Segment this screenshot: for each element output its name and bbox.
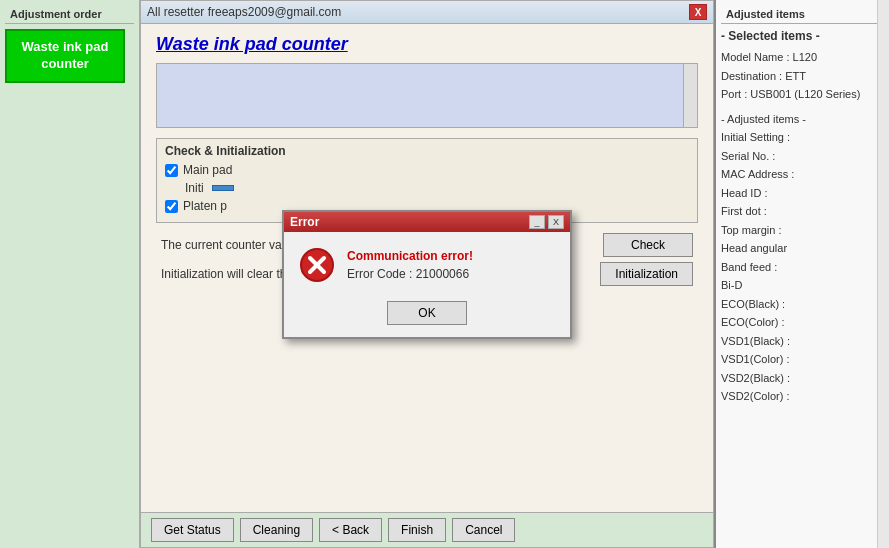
vsd2-color-line: VSD2(Color) : <box>721 387 884 406</box>
vsd2-black-line: VSD2(Black) : <box>721 369 884 388</box>
error-dialog: Error _ X Communication error! <box>282 210 572 339</box>
ok-button[interactable]: OK <box>387 301 466 325</box>
mac-address-line: MAC Address : <box>721 165 884 184</box>
main-window: All resetter freeaps2009@gmail.com X Was… <box>140 0 714 548</box>
error-dialog-title: Error <box>290 215 319 229</box>
error-body: Communication error! Error Code : 210000… <box>284 232 570 293</box>
error-message-block: Communication error! Error Code : 210000… <box>347 247 473 283</box>
right-sidebar-title: Adjusted items <box>721 5 884 24</box>
band-feed-line: Band feed : <box>721 258 884 277</box>
model-name-line: Model Name : L120 <box>721 48 884 67</box>
eco-color-line: ECO(Color) : <box>721 313 884 332</box>
selected-items-header: - Selected items - <box>721 29 884 43</box>
error-close-button[interactable]: X <box>548 215 564 229</box>
head-angular-line: Head angular <box>721 239 884 258</box>
eco-black-line: ECO(Black) : <box>721 295 884 314</box>
left-sidebar: Adjustment order Waste ink pad counter <box>0 0 140 548</box>
waste-ink-pad-counter-button[interactable]: Waste ink pad counter <box>5 29 125 83</box>
adjustment-order-title: Adjustment order <box>5 5 134 24</box>
head-id-line: Head ID : <box>721 184 884 203</box>
vsd1-color-line: VSD1(Color) : <box>721 350 884 369</box>
error-titlebar: Error _ X <box>284 212 570 232</box>
error-dialog-overlay: Error _ X Communication error! <box>141 1 713 547</box>
top-margin-line: Top margin : <box>721 221 884 240</box>
right-sidebar-scrollbar[interactable] <box>877 0 889 548</box>
error-icon <box>299 247 335 283</box>
serial-no-line: Serial No. : <box>721 147 884 166</box>
error-footer: OK <box>284 293 570 337</box>
error-code-text: Error Code : 21000066 <box>347 265 473 283</box>
port-line: Port : USB001 (L120 Series) <box>721 85 884 104</box>
vsd1-black-line: VSD1(Black) : <box>721 332 884 351</box>
error-title-text: Communication error! <box>347 247 473 265</box>
adjusted-items-header: - Adjusted items - <box>721 110 884 129</box>
initial-setting-line: Initial Setting : <box>721 128 884 147</box>
error-minimize-button[interactable]: _ <box>529 215 545 229</box>
right-sidebar: Adjusted items - Selected items - Model … <box>714 0 889 548</box>
first-dot-line: First dot : <box>721 202 884 221</box>
bi-d-line: Bi-D <box>721 276 884 295</box>
destination-line: Destination : ETT <box>721 67 884 86</box>
error-titlebar-buttons: _ X <box>529 215 564 229</box>
